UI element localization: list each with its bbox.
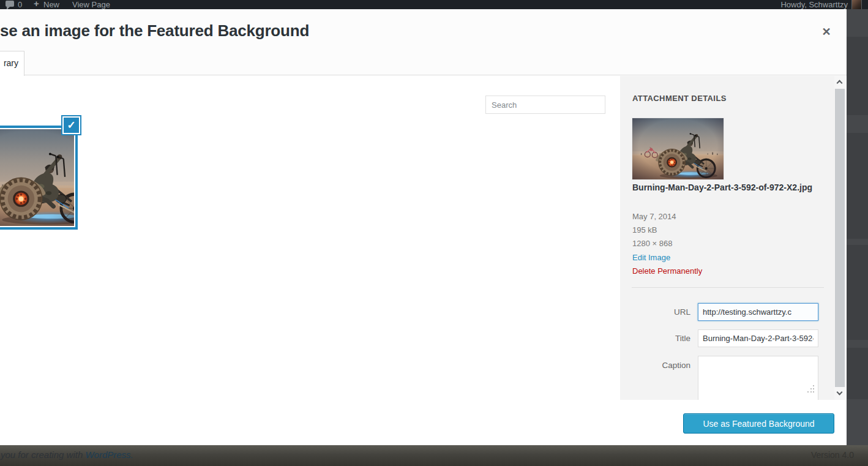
comments-count[interactable]: 0 — [18, 0, 22, 9]
dimmed-background-block — [847, 348, 868, 399]
dimmed-background-block — [847, 37, 868, 115]
thanks-text-prefix: you for creating with — [1, 449, 83, 460]
use-as-featured-background-button[interactable]: Use as Featured Background — [683, 413, 834, 434]
delete-permanently-link[interactable]: Delete Permanently — [632, 266, 702, 276]
scroll-up-button[interactable] — [834, 76, 845, 88]
scroll-down-button[interactable] — [834, 388, 845, 400]
modal-toolbar: Use as Featured Background — [0, 400, 847, 445]
attachment-dimensions: 1280 × 868 — [632, 237, 676, 250]
selected-check-badge[interactable]: ✓ — [61, 115, 81, 135]
plus-icon[interactable]: + — [34, 0, 39, 9]
url-field[interactable] — [698, 303, 818, 321]
admin-bar-view-page[interactable]: View Page — [72, 0, 110, 9]
admin-bar: 0 + New View Page Howdy, Schwarttzy — [0, 0, 868, 9]
attachment-tile-selected[interactable] — [0, 126, 78, 230]
thanks-text: you for creating with WordPress. — [1, 449, 133, 460]
search-input[interactable] — [485, 96, 605, 114]
dimmed-background-block — [847, 133, 868, 239]
caption-field[interactable] — [698, 356, 818, 400]
scrollbar-thumb[interactable] — [835, 89, 845, 387]
attachment-file-size: 195 kB — [632, 224, 676, 237]
modal-title: se an image for the Featured Background — [0, 21, 309, 40]
media-modal: se an image for the Featured Background … — [0, 9, 847, 445]
attachment-filename: Burning-Man-Day-2-Part-3-592-of-972-X2.j… — [632, 181, 816, 194]
url-label: URL — [626, 307, 690, 317]
title-label: Title — [626, 334, 690, 343]
version-text: Version 4.0 — [811, 450, 854, 460]
divider — [632, 287, 824, 288]
attachment-details-heading: ATTACHMENT DETAILS — [632, 94, 727, 103]
close-icon[interactable]: ✕ — [818, 24, 834, 40]
comments-icon[interactable] — [6, 1, 14, 7]
chevron-up-icon — [837, 80, 843, 86]
admin-bar-howdy[interactable]: Howdy, Schwarttzy — [780, 0, 848, 9]
tab-media-library[interactable]: rary — [0, 51, 24, 76]
attachment-details-sidebar: ATTACHMENT DETAILS Burning-Man-Day-2-Par… — [620, 76, 834, 400]
avatar[interactable] — [851, 0, 862, 9]
chevron-down-icon — [837, 389, 843, 396]
modal-content: ✓ ATTACHMENT DETAILS Burning-Man-Day-2-P… — [0, 76, 847, 400]
wordpress-link[interactable]: WordPress. — [85, 449, 133, 460]
admin-bar-new[interactable]: New — [43, 0, 59, 9]
dimmed-background-block — [847, 245, 868, 340]
title-field[interactable] — [698, 329, 818, 347]
edit-image-link[interactable]: Edit Image — [632, 253, 670, 262]
admin-footer: you for creating with WordPress. Version… — [0, 445, 868, 466]
attachment-details-thumbnail — [632, 118, 724, 179]
resize-grip[interactable] — [807, 386, 814, 393]
media-router — [0, 51, 847, 75]
attachment-image — [0, 129, 74, 226]
caption-label: Caption — [626, 361, 690, 370]
check-icon: ✓ — [62, 116, 80, 134]
attachment-meta: May 7, 2014 195 kB 1280 × 868 — [632, 210, 676, 250]
scrollbar[interactable] — [834, 76, 845, 400]
attachment-date: May 7, 2014 — [632, 210, 676, 224]
